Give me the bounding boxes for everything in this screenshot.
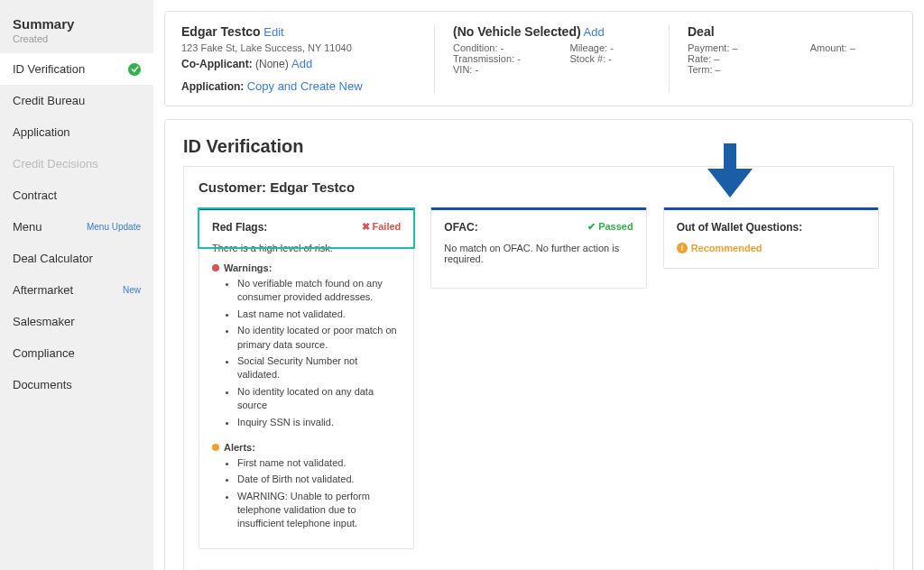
nav-aftermarket[interactable]: Aftermarket New — [0, 274, 153, 306]
check-icon: ✔ — [587, 221, 596, 232]
rate-value: – — [714, 53, 719, 64]
warning-item: No identity located on any data source — [237, 385, 401, 413]
x-icon: ✖ — [362, 221, 370, 232]
rate-label: Rate: — [688, 53, 711, 64]
ofac-desc: No match on OFAC. No further action is r… — [444, 243, 633, 264]
copy-create-link[interactable]: Copy and Create New — [247, 79, 363, 93]
nav-summary-sub: Created — [0, 33, 153, 53]
red-flags-title: Red Flags: — [212, 221, 267, 234]
red-dot-icon — [212, 264, 219, 271]
nav-documents[interactable]: Documents — [0, 369, 153, 400]
edit-applicant-link[interactable]: Edit — [263, 25, 283, 39]
menu-update-link[interactable]: Menu Update — [87, 222, 141, 232]
warning-item: Social Security Number not validated. — [237, 354, 401, 382]
alerts-label: Alerts: — [224, 442, 255, 453]
warnings-label: Warnings: — [224, 262, 272, 273]
main-content: Edgar Testco Edit 123 Fake St, Lake Succ… — [153, 0, 924, 570]
warning-item: No verifiable match found on any consume… — [237, 277, 401, 305]
alert-item: WARNING: Unable to perform telephone val… — [237, 490, 401, 531]
transmission-value: - — [517, 53, 521, 64]
nav-label: Menu — [13, 220, 42, 234]
coapp-label: Co-Applicant: — [181, 58, 253, 70]
sidebar: Summary Created ID Verification Credit B… — [0, 0, 153, 570]
amount-label: Amount: — [810, 42, 847, 53]
nav-salesmaker[interactable]: Salesmaker — [0, 306, 153, 337]
nav-menu[interactable]: Menu Menu Update — [0, 211, 153, 243]
condition-value: - — [501, 42, 504, 53]
exclamation-icon: ! — [677, 243, 688, 253]
red-flags-card: Red Flags: ✖Failed There is a high level… — [199, 207, 414, 549]
vin-value: - — [475, 64, 478, 75]
nav-compliance[interactable]: Compliance — [0, 337, 153, 369]
nav-credit-bureau[interactable]: Credit Bureau — [0, 85, 153, 116]
failed-status: ✖Failed — [362, 221, 402, 234]
page-title: ID Verification — [183, 136, 894, 157]
customer-panel: Customer: Edgar Testco Red Flags: ✖Faile… — [183, 166, 894, 570]
term-value: – — [716, 64, 721, 75]
add-vehicle-link[interactable]: Add — [584, 25, 605, 39]
stock-label: Stock #: — [570, 53, 606, 64]
nav-deal-calculator[interactable]: Deal Calculator — [0, 243, 153, 274]
mileage-value: - — [610, 42, 614, 53]
vehicle-title: (No Vehicle Selected) — [453, 24, 581, 39]
application-label: Application: — [181, 80, 244, 93]
coapp-value: (None) — [255, 58, 289, 70]
stock-value: - — [608, 53, 612, 64]
alerts-list: First name not validated.Date of Birth n… — [212, 456, 401, 531]
ofac-title: OFAC: — [444, 221, 477, 234]
vin-label: VIN: — [453, 64, 472, 75]
payment-label: Payment: — [688, 42, 729, 53]
oow-title: Out of Wallet Questions: — [677, 221, 803, 234]
warning-item: Last name not validated. — [237, 308, 401, 321]
nav-id-verification[interactable]: ID Verification — [0, 53, 153, 85]
customer-title: Customer: Edgar Testco — [199, 179, 879, 195]
add-coapplicant-link[interactable]: Add — [291, 57, 312, 70]
alert-item: First name not validated. — [237, 456, 401, 470]
applicant-name: Edgar Testco — [181, 24, 261, 39]
condition-label: Condition: — [453, 42, 498, 53]
red-flags-desc: There is a high level of risk. — [212, 243, 401, 253]
passed-status: ✔Passed — [587, 221, 633, 234]
nav-credit-decisions: Credit Decisions — [0, 148, 153, 179]
new-badge: New — [123, 285, 141, 295]
summary-header: Edgar Testco Edit 123 Fake St, Lake Succ… — [164, 11, 913, 106]
amount-value: – — [850, 42, 855, 53]
nav-contract[interactable]: Contract — [0, 179, 153, 211]
warnings-list: No verifiable match found on any consume… — [212, 277, 401, 429]
check-icon — [128, 63, 141, 76]
applicant-address: 123 Fake St, Lake Success, NY 11040 — [181, 42, 416, 53]
transmission-label: Transmission: — [453, 53, 514, 64]
nav-label: ID Verification — [13, 62, 85, 76]
mileage-label: Mileage: — [570, 42, 608, 53]
deal-title: Deal — [688, 24, 715, 39]
warning-item: Inquiry SSN is invalid. — [237, 416, 401, 429]
ofac-card: OFAC: ✔Passed No match on OFAC. No furth… — [430, 207, 646, 289]
term-label: Term: — [688, 64, 713, 75]
nav-summary[interactable]: Summary — [0, 7, 153, 33]
arrow-down-annotation — [707, 143, 753, 198]
id-verification-card: ID Verification Customer: Edgar Testco R… — [164, 119, 913, 570]
payment-value: – — [733, 42, 738, 53]
nav-label: Aftermarket — [13, 283, 73, 297]
alert-item: Date of Birth not validated. — [237, 473, 401, 486]
orange-dot-icon — [212, 444, 219, 451]
recommended-status: ! Recommended — [677, 243, 865, 253]
warning-item: No identity located or poor match on pri… — [237, 324, 401, 352]
oow-card: Out of Wallet Questions: ! Recommended — [663, 207, 879, 269]
nav-application[interactable]: Application — [0, 116, 153, 148]
